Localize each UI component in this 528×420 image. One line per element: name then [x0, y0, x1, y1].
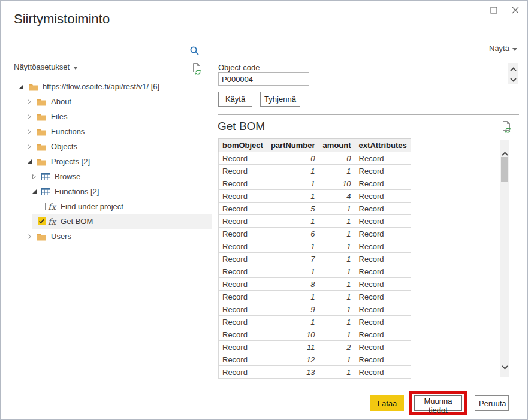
- navigator-dialog: Siirtymistoiminto Näyttöasetukset https:…: [0, 0, 528, 420]
- tree-item[interactable]: Browse: [32, 169, 212, 184]
- table-row: Record11Record: [219, 291, 411, 303]
- search-icon[interactable]: [189, 46, 203, 56]
- apply-button[interactable]: Käytä: [218, 92, 252, 107]
- tree-item-label: Functions [2]: [55, 187, 99, 196]
- table-cell: 1: [267, 316, 319, 328]
- table-cell: 13: [267, 366, 319, 379]
- transform-data-button[interactable]: Muunna tiedot: [414, 395, 462, 411]
- preview-table: bomObjectpartNumberamountextAttributes R…: [218, 138, 411, 379]
- table-cell: 1: [319, 278, 355, 291]
- search-input[interactable]: [14, 46, 189, 55]
- table-cell: Record: [355, 253, 411, 265]
- table-cell: 0: [267, 152, 319, 165]
- folder-icon: [37, 128, 47, 136]
- checkbox-checked[interactable]: [38, 217, 46, 225]
- table-row: Record61Record: [219, 228, 411, 240]
- table-cell: Record: [355, 278, 411, 291]
- table-cell: Record: [355, 215, 411, 228]
- table-cell: Record: [219, 316, 267, 328]
- table-cell: 1: [267, 177, 319, 190]
- window-controls: [489, 5, 520, 15]
- expander-expanded-icon[interactable]: [19, 84, 27, 89]
- table-cell: 1: [319, 303, 355, 316]
- table-cell: Record: [355, 228, 411, 240]
- table-cell: 1: [267, 165, 319, 177]
- table-row: Record11Record: [219, 165, 411, 177]
- table-cell: Record: [219, 190, 267, 203]
- object-code-input[interactable]: [218, 72, 309, 86]
- table-icon: [41, 173, 50, 180]
- tree-item-label: Files: [51, 112, 67, 121]
- table-cell: Record: [219, 328, 267, 341]
- table-cell: Record: [355, 152, 411, 165]
- table-row: Record110Record: [219, 177, 411, 190]
- display-options-dropdown[interactable]: Näyttöasetukset: [14, 62, 78, 71]
- view-dropdown[interactable]: Näytä: [489, 44, 517, 53]
- scroll-up-icon[interactable]: [510, 63, 517, 74]
- tree-item[interactable]: fxGet BOM: [32, 214, 212, 229]
- table-cell: 1: [267, 190, 319, 203]
- table-cell: 11: [267, 341, 319, 353]
- table-cell: Record: [355, 341, 411, 353]
- table-cell: 5: [267, 203, 319, 215]
- table-cell: 1: [319, 165, 355, 177]
- parameters-scrollbar[interactable]: [508, 63, 518, 84]
- expander-collapsed-icon[interactable]: [27, 129, 35, 135]
- expander-expanded-icon[interactable]: [27, 159, 35, 164]
- chevron-down-icon: [73, 62, 78, 71]
- table-cell: Record: [219, 203, 267, 215]
- table-cell: 1: [267, 265, 319, 278]
- close-icon[interactable]: [511, 5, 520, 15]
- tree-item[interactable]: https://flow.osoite.fi/api/rest/v1/ [6]: [19, 79, 212, 94]
- table-cell: 10: [267, 328, 319, 341]
- scrollbar-thumb[interactable]: [501, 157, 508, 182]
- table-cell: 1: [319, 228, 355, 240]
- table-cell: Record: [355, 177, 411, 190]
- tree-item[interactable]: Users: [27, 229, 212, 244]
- clear-button[interactable]: Tyhjennä: [260, 92, 300, 107]
- expander-collapsed-icon[interactable]: [27, 234, 35, 240]
- table-row: Record14Record: [219, 190, 411, 203]
- chevron-down-icon: [512, 44, 517, 53]
- folder-icon: [37, 143, 47, 151]
- expander-collapsed-icon[interactable]: [27, 144, 35, 150]
- tree-item[interactable]: Projects [2]: [27, 154, 212, 169]
- expander-expanded-icon[interactable]: [32, 189, 40, 194]
- table-cell: Record: [219, 177, 267, 190]
- expander-collapsed-icon[interactable]: [27, 114, 35, 120]
- checkbox-unchecked[interactable]: [38, 203, 46, 210]
- table-cell: Record: [355, 303, 411, 316]
- object-code-label: Object code: [218, 63, 260, 72]
- tree-item[interactable]: About: [27, 94, 212, 109]
- table-cell: Record: [219, 353, 267, 366]
- maximize-icon[interactable]: [489, 5, 499, 15]
- column-header: partNumber: [267, 139, 319, 152]
- tree-item[interactable]: Functions: [27, 124, 212, 139]
- table-cell: 1: [319, 265, 355, 278]
- tree-item[interactable]: Files: [27, 109, 212, 124]
- expander-collapsed-icon[interactable]: [32, 174, 40, 180]
- load-button[interactable]: Lataa: [370, 395, 404, 411]
- table-row: Record11Record: [219, 240, 411, 253]
- scroll-down-icon[interactable]: [510, 74, 517, 84]
- table-cell: Record: [355, 316, 411, 328]
- refresh-icon[interactable]: [502, 120, 513, 135]
- table-cell: 1: [319, 353, 355, 366]
- tree-item[interactable]: fxFind under project: [32, 199, 212, 214]
- folder-icon: [37, 232, 47, 241]
- preview-scrollbar[interactable]: [500, 140, 509, 377]
- table-row: Record11Record: [219, 265, 411, 278]
- cancel-button[interactable]: Peruuta: [475, 395, 509, 411]
- column-header: bomObject: [219, 139, 267, 152]
- table-row: Record81Record: [219, 278, 411, 291]
- refresh-icon[interactable]: [192, 62, 203, 77]
- table-cell: 1: [319, 328, 355, 341]
- expander-collapsed-icon[interactable]: [27, 99, 35, 105]
- scroll-down-icon[interactable]: [502, 361, 508, 372]
- table-cell: 1: [319, 366, 355, 379]
- table-row: Record121Record: [219, 353, 411, 366]
- tree-item[interactable]: Objects: [27, 139, 212, 154]
- tree-item-label: Functions: [51, 127, 85, 136]
- display-options-row: Näyttöasetukset: [14, 62, 203, 77]
- tree-item[interactable]: Functions [2]: [32, 184, 212, 199]
